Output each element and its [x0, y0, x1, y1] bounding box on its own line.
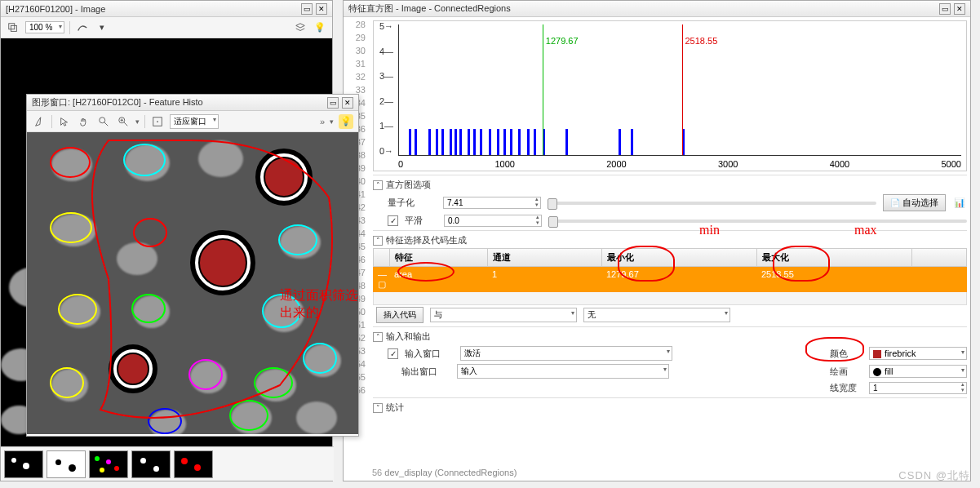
right-title: 特征直方图 - Image - ConnectedRegions [348, 2, 936, 15]
section-label: 直方图选项 [386, 179, 431, 191]
svg-rect-1 [11, 25, 16, 31]
section-label: 统计 [386, 401, 404, 414]
separator [69, 21, 70, 34]
x-axis: 010002000300040005000 [398, 159, 961, 169]
section-label: 特征选择及代码生成 [386, 234, 467, 246]
color-label: 颜色 [830, 348, 862, 360]
smooth-label: 平滑 [405, 215, 437, 227]
thumbnail[interactable] [89, 450, 128, 478]
curve-icon[interactable] [75, 20, 90, 35]
bulb-icon[interactable]: 💡 [339, 114, 353, 129]
color-dropdown[interactable]: firebrick [869, 347, 967, 360]
quantize-slider[interactable] [548, 202, 876, 205]
feature-table-row[interactable]: —▢ area 1 1279.67 2518.55 [373, 267, 967, 292]
smooth-spinner[interactable]: 0.0 [444, 215, 542, 227]
y-axis: 5→4—3—2—1—0→ [377, 21, 393, 156]
hand-icon[interactable] [77, 114, 91, 129]
thumbnail[interactable] [131, 450, 171, 478]
quantize-label: 量子化 [388, 197, 437, 209]
histo-image[interactable]: 通过面积筛选出来的 [27, 132, 358, 434]
logic-dropdown[interactable]: 与 [430, 308, 577, 322]
collapse-button[interactable]: ˄ [373, 332, 383, 342]
more-icon[interactable]: » [320, 117, 325, 126]
histo-toolbar: ▾ 适应窗口 » ▾ 💡 [27, 111, 358, 132]
histogram-chart[interactable]: 5→4—3—2—1—0→ 1279.672518.55 010002000300… [373, 20, 967, 171]
output-dropdown[interactable]: 输入 [457, 364, 669, 379]
minimize-icon[interactable]: ▭ [301, 3, 313, 15]
svg-line-7 [124, 122, 127, 125]
smooth-slider[interactable] [548, 220, 967, 223]
svg-point-9 [157, 121, 158, 122]
bulb-icon[interactable]: 💡 [313, 20, 327, 35]
zoom-in-icon[interactable] [116, 114, 131, 129]
close-icon[interactable]: ✕ [342, 97, 353, 109]
image-window-title: [H27160F01200] - Image [6, 4, 298, 14]
collapse-button[interactable]: ˅ [373, 403, 383, 413]
activate-dropdown[interactable]: 激活 [460, 346, 672, 361]
collapse-button[interactable]: ˄ [373, 236, 383, 246]
minimize-icon[interactable]: ▭ [939, 3, 951, 15]
none-dropdown[interactable]: 无 [583, 308, 730, 322]
svg-point-2 [100, 117, 105, 122]
plot-area[interactable]: 1279.672518.55 [398, 24, 961, 156]
feature-histo-window: 图形窗口: [H27160F012C0] - Feature Histo ▭ ✕… [26, 94, 359, 437]
linewidth-label: 线宽度 [830, 382, 862, 394]
watermark: CSDN @北特 [898, 468, 970, 483]
zoom-dropdown[interactable]: 100 % [25, 21, 64, 33]
collapse-button[interactable]: ˄ [373, 180, 383, 190]
magnify-icon[interactable] [96, 114, 111, 129]
red-selection-path [27, 132, 358, 434]
histo-titlebar[interactable]: 图形窗口: [H27160F012C0] - Feature Histo ▭ ✕ [27, 95, 358, 111]
layers-icon[interactable] [6, 20, 20, 35]
feature-table-header: 特征 通道 最小化 最大化 [373, 248, 967, 267]
image-window-titlebar[interactable]: [H27160F01200] - Image ▭ ✕ [1, 1, 332, 17]
minimize-icon[interactable]: ▭ [327, 97, 339, 109]
thumbnail-strip [1, 446, 334, 481]
section-label: 输入和输出 [386, 331, 431, 343]
broom-icon[interactable] [32, 114, 47, 129]
svg-line-3 [104, 122, 108, 125]
code-line: 56 dev_display (ConnectedRegions) [372, 468, 517, 478]
histo-title: 图形窗口: [H27160F012C0] - Feature Histo [32, 96, 324, 109]
quantize-spinner[interactable]: 7.41 [443, 197, 541, 209]
fit-dropdown[interactable]: 适应窗口 [170, 114, 219, 129]
thumbnail[interactable] [4, 450, 43, 478]
draw-dropdown[interactable]: fill [869, 365, 967, 378]
linewidth-spinner[interactable]: 1 [869, 382, 967, 394]
auto-select-button[interactable]: 📄 自动选择 [883, 194, 946, 211]
close-icon[interactable]: ✕ [954, 3, 965, 15]
svg-rect-0 [9, 23, 15, 29]
insert-code-button[interactable]: 插入代码 [376, 307, 423, 323]
right-titlebar[interactable]: 特征直方图 - Image - ConnectedRegions ▭ ✕ [344, 1, 970, 17]
output-window-label: 输出窗口 [401, 366, 450, 378]
chevron-down-icon[interactable]: ▾ [95, 20, 109, 35]
feature-histogram-panel: 特征直方图 - Image - ConnectedRegions ▭ ✕ 5→4… [343, 0, 971, 481]
input-window-checkbox[interactable]: ✓ [388, 348, 398, 359]
thumbnail[interactable] [47, 450, 86, 478]
pointer-icon[interactable] [57, 114, 72, 129]
fit-icon[interactable] [150, 114, 165, 129]
image-toolbar: 100 % ▾ 💡 [1, 17, 332, 38]
chart-icon[interactable]: 📊 [952, 196, 967, 211]
input-window-label: 输入窗口 [405, 348, 454, 360]
stack-icon[interactable] [293, 20, 308, 35]
smooth-checkbox[interactable]: ✓ [388, 215, 398, 226]
thumbnail[interactable] [174, 450, 213, 478]
close-icon[interactable]: ✕ [316, 3, 327, 15]
draw-label: 绘画 [830, 366, 862, 378]
